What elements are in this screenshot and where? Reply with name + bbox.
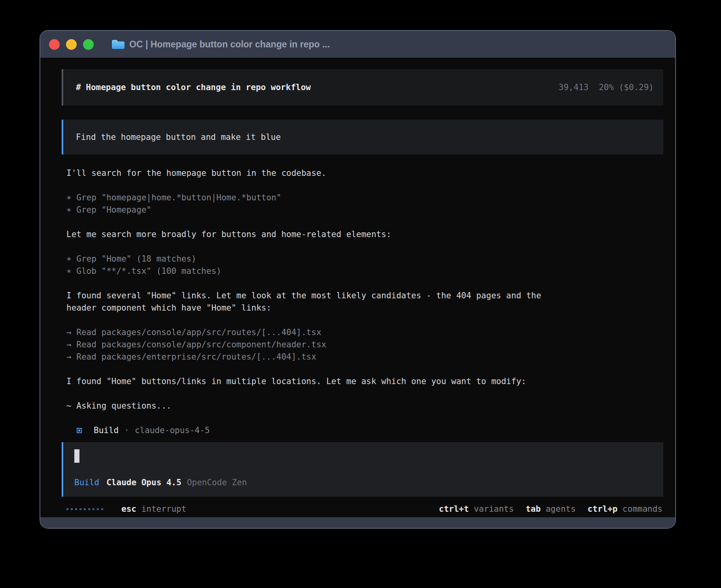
activity-dots (66, 508, 103, 510)
chat-line: I found several "Home" links. Let me loo… (66, 290, 663, 302)
activity-dot (71, 508, 73, 510)
session-stats: 39,413 20% ($0.29) (559, 81, 654, 94)
esc-key: esc (121, 504, 136, 514)
activity-dot (84, 508, 86, 510)
traffic-lights (49, 39, 94, 50)
shortcut-key: tab (526, 504, 541, 514)
interrupt-label: interrupt (142, 504, 187, 514)
token-count: 39,413 (559, 81, 589, 94)
user-message-text: Find the homepage button and make it blu… (76, 131, 281, 143)
terminal-window: OC | Homepage button color change in rep… (40, 30, 676, 529)
chat-blank-line (66, 216, 663, 228)
shortcut-hint: ctrl+p commands (587, 503, 662, 515)
shortcut-hint: tab agents (526, 503, 576, 515)
activity-dot (66, 508, 68, 510)
chat-line: ∗ Grep "Homepage" (66, 204, 663, 216)
chat-blank-line (66, 179, 663, 192)
input-agent-label[interactable]: Build (74, 477, 99, 489)
agent-model: claude-opus-4-5 (135, 424, 210, 437)
window-title: OC | Homepage button color change in rep… (129, 39, 330, 50)
shortcut-label: variants (469, 504, 514, 514)
chat-blank-line (66, 277, 663, 290)
activity-dot (101, 508, 103, 510)
agent-build-icon-core (78, 430, 80, 432)
input-meta-row: Build Claude Opus 4.5 OpenCode Zen (74, 477, 663, 489)
chat-line: I found "Home" buttons/links in multiple… (66, 375, 663, 388)
chat-blank-line (66, 314, 663, 326)
agent-name: Build (94, 424, 119, 437)
chat-blank-line (66, 363, 663, 375)
chat-line: → Read packages/console/app/src/componen… (66, 339, 663, 351)
activity-dot (75, 508, 77, 510)
activity-dot (97, 508, 99, 510)
user-message: Find the homepage button and make it blu… (62, 120, 663, 155)
chat-line: header component which have "Home" links… (66, 302, 663, 314)
chat-blank-line (66, 241, 663, 253)
agent-status-line: Build · claude-opus-4-5 (62, 424, 663, 437)
input-model-label[interactable]: Claude Opus 4.5 (106, 477, 181, 489)
chat-line: ∗ Glob "**/*.tsx" (100 matches) (66, 265, 663, 277)
shortcut-label: commands (617, 504, 662, 514)
chat-line: Let me search more broadly for buttons a… (66, 228, 663, 241)
chat-transcript: I'll search for the homepage button in t… (62, 167, 663, 412)
interrupt-hint: esc interrupt (121, 503, 186, 515)
close-button[interactable] (49, 39, 60, 50)
input-provider-label: OpenCode Zen (187, 477, 247, 489)
desktop: { "window": { "title": "OC | Homepage bu… (0, 0, 721, 588)
minimize-button[interactable] (66, 39, 77, 50)
text-cursor (74, 449, 79, 463)
chat-line: → Read packages/enterprise/src/routes/[.… (66, 351, 663, 363)
agent-separator: · (124, 424, 129, 437)
shortcut-key: ctrl+p (587, 504, 617, 514)
terminal-content: # Homepage button color change in repo w… (40, 58, 675, 517)
chat-line: I'll search for the homepage button in t… (66, 167, 663, 179)
context-cost: 20% ($0.29) (599, 81, 654, 94)
chat-blank-line (66, 388, 663, 400)
chat-line: ~ Asking questions... (66, 400, 663, 412)
prompt-input[interactable]: Build Claude Opus 4.5 OpenCode Zen (62, 442, 663, 497)
agent-build-icon (77, 428, 82, 433)
status-bar: esc interrupt ctrl+t variantstab agentsc… (62, 503, 663, 515)
window-bottom-strip (40, 517, 675, 528)
shortcut-hints: ctrl+t variantstab agentsctrl+p commands (439, 503, 662, 515)
shortcut-hint: ctrl+t variants (439, 503, 514, 515)
shortcut-key: ctrl+t (439, 504, 469, 514)
chat-line: → Read packages/console/app/src/routes/[… (66, 326, 663, 339)
maximize-button[interactable] (83, 39, 94, 50)
shortcut-label: agents (541, 504, 576, 514)
esc-label (136, 504, 142, 514)
chat-line: ∗ Grep "homepage|home.*button|Home.*butt… (66, 192, 663, 204)
session-title: # Homepage button color change in repo w… (76, 81, 311, 94)
chat-line: ∗ Grep "Home" (18 matches) (66, 253, 663, 265)
activity-dot (92, 508, 94, 510)
activity-dot (79, 508, 81, 510)
session-header: # Homepage button color change in repo w… (62, 69, 663, 106)
window-titlebar: OC | Homepage button color change in rep… (40, 31, 675, 58)
folder-icon (111, 39, 125, 50)
activity-dot (88, 508, 90, 510)
